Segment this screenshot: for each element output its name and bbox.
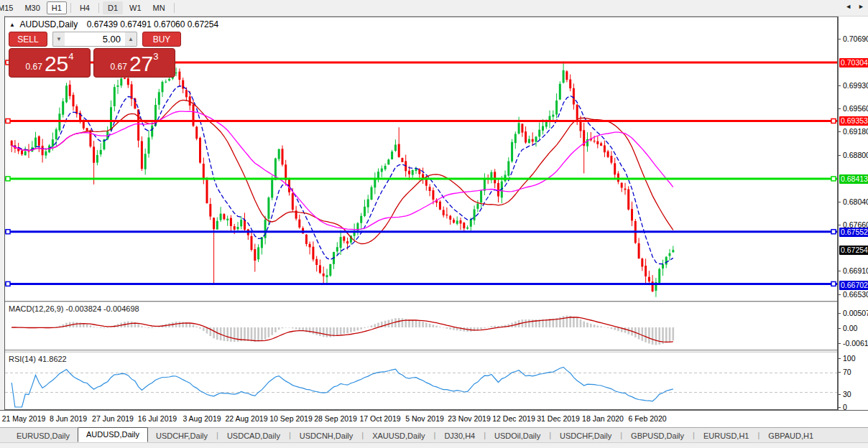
chart-ohlc-values: 0.67439 0.67491 0.67060 0.67254 [87,19,219,29]
tab-gbpaud-h1[interactable]: GBPAUD,H1 [760,429,821,442]
buy-price-prefix: 0.67 [111,62,127,72]
chart-window-edge [0,16,5,428]
price-axis-tick: 30 [843,390,851,398]
tab-usdoil-daily[interactable]: USDOil,Daily [486,429,548,442]
chart-header: ▲ AUDUSD,Daily 0.67439 0.67491 0.67060 0… [9,19,218,29]
buy-price-pips: 27 [129,51,153,77]
date-axis-label: 5 Nov 2019 [405,414,444,423]
axis-tick-mark [839,328,841,329]
price-axis[interactable]: 0.706900.699300.695600.691800.688000.680… [838,17,868,410]
macd-values: -0.003824 -0.004698 [65,304,139,313]
tab-usdcad-daily[interactable]: USDCAD,Daily [219,429,288,442]
sell-price-point: 4 [68,51,73,62]
sell-button[interactable]: SELL [9,32,47,47]
sell-price-button[interactable]: 0.67 25 4 [9,48,91,78]
axis-tick-mark [839,85,841,86]
rsi-chart[interactable] [5,353,837,409]
timeframe-button-w1[interactable]: W1 [124,1,147,14]
rsi-value: 41.8622 [38,355,67,363]
price-axis-tick: 100 [843,354,856,363]
axis-tick-mark [839,39,841,39]
price-axis-tick: 0.68800 [843,151,868,159]
macd-name: MACD(12,26,9) [9,304,63,313]
price-axis-tick: 0.69560 [843,104,868,113]
price-axis-badge: 0.66702 [839,281,868,290]
tab-dj30-h4[interactable]: DJ30,H4 [436,429,483,442]
date-axis-label: 31 Dec 2019 [537,414,580,423]
buy-price-button[interactable]: 0.67 27 3 [93,48,175,78]
buy-price-point: 3 [153,51,158,62]
axis-tick-mark [839,313,841,314]
rsi-panel-canvas[interactable] [5,353,837,409]
date-axis-label: 12 Dec 2019 [492,414,535,423]
volume-increase-button[interactable]: ▲ [125,32,137,47]
date-axis-label: 18 Jan 2020 [582,414,624,423]
date-axis-label: 17 Oct 2019 [359,414,400,423]
axis-tick-mark [839,108,841,109]
rsi-name: RSI(14) [9,355,36,363]
tab-eurusd-daily[interactable]: EURUSD,Daily [9,429,78,442]
chart-symbol-label: AUDUSD,Daily [20,19,78,29]
axis-tick-mark [839,343,841,344]
tab-usdcnh-daily[interactable]: USDCNH,Daily [292,429,361,442]
axis-tick-mark [839,202,841,202]
date-axis-label: 23 Nov 2019 [448,414,491,423]
toolbar-separator [174,3,175,13]
date-axis-label: 27 Jun 2019 [92,414,134,423]
axis-tick-mark [839,225,841,225]
tab-eurusd-h1[interactable]: EURUSD,H1 [696,429,757,442]
volume-input[interactable] [65,32,125,47]
price-axis-tick: 0.70690 [843,34,868,43]
timeframe-button-h4[interactable]: H4 [75,1,95,14]
date-axis-label: 8 Jun 2019 [50,414,87,423]
rsi-indicator-label: RSI(14) 41.8622 [9,355,67,363]
tab-usdchf-daily[interactable]: USDCHF,Daily [148,429,216,442]
price-axis-tick: 0.00 [843,324,857,332]
price-axis-badge: 0.68413 [839,174,868,184]
date-axis-label: 16 Jul 2019 [138,414,177,423]
timeframe-button-h1[interactable]: H1 [47,1,67,14]
date-axis-label: 21 May 2019 [2,414,46,423]
price-axis-badge: 0.67552 [839,228,868,237]
timeframe-button-mn[interactable]: MN [148,1,170,14]
date-axis-label: 22 Aug 2019 [226,414,268,423]
timeframe-button-d1[interactable]: D1 [103,1,123,14]
toolbar-separator [98,3,99,13]
sell-price-pips: 25 [45,51,68,77]
terminal-window: M15M30H1H4D1W1MN ▲ AUDUSD,Daily 0.67439 … [0,0,868,448]
timeframe-button-m15[interactable]: M15 [0,1,18,14]
axis-tick-mark [839,358,841,359]
axis-tick-mark [839,131,841,132]
price-axis-tick: 0.69930 [843,81,868,90]
date-axis[interactable]: 21 May 20198 Jun 201927 Jun 201916 Jul 2… [0,410,868,427]
one-click-trading-panel: SELL ▼ ▲ BUY 0.67 25 4 0.67 27 3 [9,32,181,78]
tab-scroll-right-icon[interactable]: ► [858,3,864,10]
buy-button[interactable]: BUY [142,32,181,47]
price-axis-tick: -0.00614 [843,339,868,347]
tab-xauusd-daily[interactable]: XAUUSD,Daily [364,429,433,442]
macd-indicator-label: MACD(12,26,9) -0.003824 -0.004698 [9,304,139,313]
axis-tick-mark [839,271,841,271]
tab-gbpusd-daily[interactable]: GBPUSD,Daily [623,429,692,442]
volume-decrease-button[interactable]: ▼ [52,32,65,47]
axis-tick-mark [839,394,841,395]
price-axis-tick: 70 [843,368,851,376]
date-axis-label: 28 Sep 2019 [314,414,357,423]
axis-tick-mark [839,155,841,156]
date-axis-label: 6 Feb 2020 [628,414,666,423]
price-axis-tick: 0.69180 [843,127,868,136]
tab-scroll-left-icon[interactable]: ◄ [845,3,851,10]
price-axis-tick: 0.66910 [843,266,868,275]
tab-usdchf-daily[interactable]: USDCHF,Daily [552,429,619,442]
timeframe-button-m30[interactable]: M30 [19,1,45,14]
axis-tick-mark [839,372,841,373]
price-axis-badge: 0.67254 [839,246,868,255]
tab-scroll-arrows: ◄► [845,3,864,10]
date-axis-label: 10 Sep 2019 [269,414,313,423]
tab-audusd-daily[interactable]: AUDUSD,Daily [78,427,148,442]
chart-tab-bar: EURUSD,DailyAUDUSD,DailyUSDCHF,Daily|USD… [0,427,868,442]
price-axis-badge: 0.69353 [839,116,868,126]
timeframe-toolbar: M15M30H1H4D1W1MN [0,0,868,17]
collapse-panel-icon[interactable]: ▲ [9,22,15,28]
toolbar-separator [70,3,71,13]
